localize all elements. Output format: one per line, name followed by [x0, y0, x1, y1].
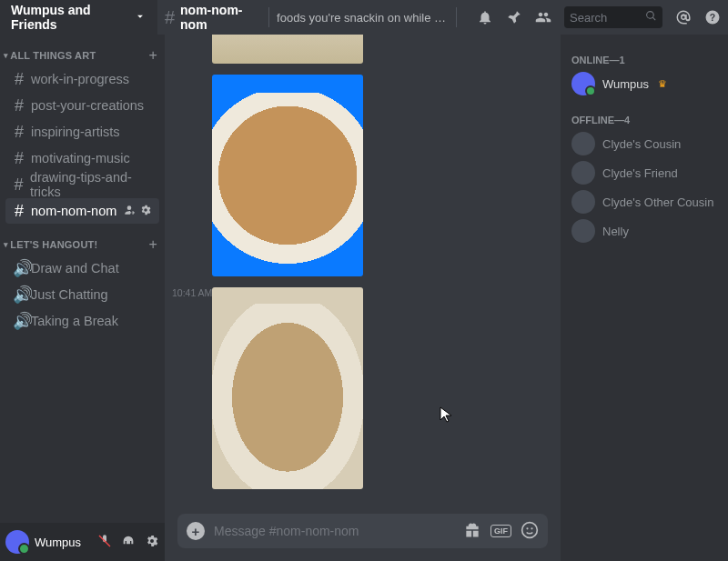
member-item[interactable]: Nelly: [571, 216, 721, 245]
attach-button[interactable]: +: [187, 522, 205, 540]
hash-icon: #: [13, 150, 25, 166]
channel-label: Draw and Chat: [31, 261, 119, 275]
category-name: LET'S HANGOUT!: [10, 239, 148, 250]
message-input-container: + GIF: [177, 514, 548, 548]
members-icon[interactable]: [535, 9, 551, 25]
channel-work-in-progress[interactable]: #work-in-progress: [5, 66, 159, 92]
channel-drawing-tips-and-tricks[interactable]: #drawing-tips-and-tricks: [5, 172, 159, 197]
image-attachment[interactable]: [212, 75, 363, 276]
gift-icon[interactable]: [463, 521, 481, 542]
channel-name: nom-nom-nom: [180, 3, 252, 32]
add-channel-icon[interactable]: +: [148, 47, 157, 64]
category-name: ALL THINGS ART: [10, 50, 148, 61]
hash-icon: #: [13, 97, 25, 114]
divider: [456, 7, 457, 27]
user-name: Wumpus: [35, 536, 92, 549]
channel-label: nom-nom-nom: [31, 204, 116, 218]
invite-icon[interactable]: [123, 204, 136, 219]
speaker-icon: 🔊: [13, 260, 25, 276]
category-header[interactable]: ▾ LET'S HANGOUT! +: [0, 233, 165, 255]
svg-point-10: [531, 527, 532, 529]
chevron-down-icon: ▾: [4, 240, 8, 249]
speaker-icon: 🔊: [13, 286, 25, 303]
divider: [268, 7, 269, 27]
svg-text:?: ?: [710, 12, 715, 23]
member-avatar: [571, 161, 595, 185]
member-item[interactable]: Clyde's Friend: [571, 158, 721, 187]
channel-label: post-your-creations: [31, 98, 144, 113]
channel-label: Taking a Break: [31, 314, 118, 328]
channel-inspiring-artists[interactable]: #inspiring-artists: [5, 119, 159, 145]
hash-icon: #: [13, 203, 25, 219]
speaker-icon: 🔊: [13, 313, 25, 329]
channel-post-your-creations[interactable]: #post-your-creations: [5, 93, 159, 118]
help-icon[interactable]: ?: [704, 9, 721, 25]
members-group-offline: OFFLINE—4: [571, 115, 721, 125]
channel-sidebar: ▾ ALL THINGS ART + #work-in-progress #po…: [0, 35, 165, 561]
pin-icon[interactable]: [506, 9, 522, 25]
members-group-online: ONLINE—1: [571, 55, 721, 65]
gear-icon[interactable]: [139, 204, 152, 219]
svg-point-9: [526, 527, 528, 529]
bell-icon[interactable]: [477, 9, 493, 25]
hash-icon: #: [13, 176, 25, 193]
member-avatar: [571, 219, 595, 243]
category-header[interactable]: ▾ ALL THINGS ART +: [0, 44, 165, 65]
members-panel: ONLINE—1 Wumpus ♛ OFFLINE—4 Clyde's Cous…: [561, 35, 728, 561]
search-input[interactable]: Search: [564, 6, 662, 28]
svg-point-8: [522, 522, 538, 537]
member-name: Clyde's Cousin: [602, 137, 681, 151]
channel-nom-nom-nom[interactable]: # nom-nom-nom: [5, 198, 159, 224]
channel-label: motivating-music: [31, 151, 130, 165]
channel-label: inspiring-artists: [31, 125, 120, 139]
hash-icon: #: [13, 71, 25, 87]
gif-button[interactable]: GIF: [490, 525, 511, 537]
channel-label: Just Chatting: [31, 287, 108, 302]
user-avatar[interactable]: [5, 530, 29, 554]
voice-just-chatting[interactable]: 🔊Just Chatting: [5, 282, 159, 307]
chevron-down-icon: ▾: [4, 51, 8, 60]
member-name: Wumpus: [602, 77, 649, 91]
image-attachment[interactable]: [212, 287, 363, 489]
member-name: Nelly: [602, 225, 629, 238]
member-item[interactable]: Clyde's Other Cousin: [571, 187, 721, 216]
message-timestamp: 10:41 AM: [172, 287, 212, 298]
channel-label: drawing-tips-and-tricks: [30, 170, 152, 199]
image-attachment[interactable]: [212, 35, 363, 64]
member-avatar: [571, 132, 595, 155]
add-channel-icon[interactable]: +: [148, 236, 157, 253]
member-name: Clyde's Friend: [602, 166, 678, 180]
member-item[interactable]: Wumpus ♛: [571, 69, 721, 98]
voice-draw-and-chat[interactable]: 🔊Draw and Chat: [5, 255, 159, 281]
search-icon: [645, 10, 657, 25]
hash-icon: #: [165, 7, 175, 28]
member-avatar: [571, 72, 595, 95]
server-name: Wumpus and Friends: [11, 3, 134, 32]
mute-icon[interactable]: [97, 534, 112, 551]
owner-crown-icon: ♛: [658, 78, 667, 90]
emoji-icon[interactable]: [521, 521, 539, 542]
channel-topic[interactable]: foods you're snackin on while making art: [277, 11, 449, 25]
chevron-down-icon: [134, 10, 147, 25]
voice-taking-a-break[interactable]: 🔊Taking a Break: [5, 308, 159, 334]
user-panel: Wumpus: [0, 523, 165, 561]
channel-header: # nom-nom-nom foods you're snackin on wh…: [157, 0, 728, 35]
channel-motivating-music[interactable]: #motivating-music: [5, 145, 159, 171]
chat-area: 10:41 AM + GIF: [165, 35, 561, 561]
hash-icon: #: [13, 124, 25, 140]
mentions-icon[interactable]: [675, 9, 692, 25]
deafen-icon[interactable]: [121, 534, 136, 551]
search-placeholder: Search: [570, 11, 645, 25]
settings-icon[interactable]: [145, 534, 159, 551]
server-header[interactable]: Wumpus and Friends: [0, 0, 157, 35]
message-input[interactable]: [214, 524, 454, 538]
member-avatar: [571, 190, 595, 214]
member-item[interactable]: Clyde's Cousin: [571, 129, 721, 158]
member-name: Clyde's Other Cousin: [602, 195, 713, 209]
channel-label: work-in-progress: [31, 72, 129, 86]
